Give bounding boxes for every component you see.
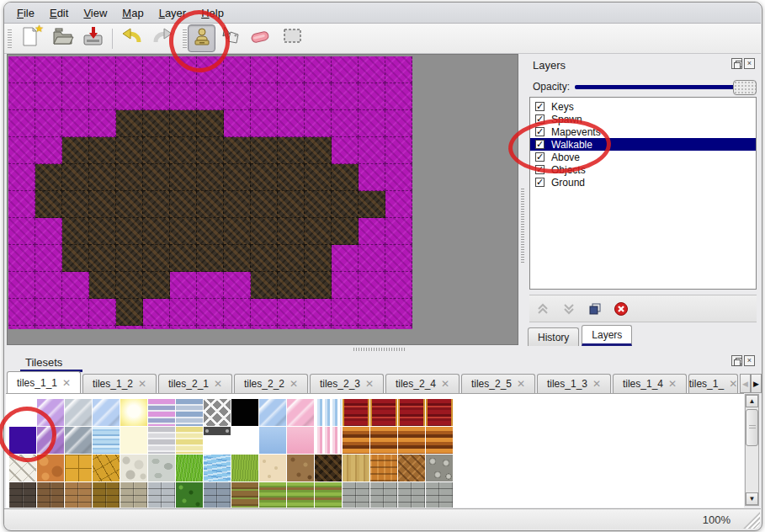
tile-cobble-orange[interactable]	[37, 455, 64, 481]
tab-history[interactable]: History	[528, 327, 579, 346]
close-tab-icon[interactable]: ✕	[668, 378, 677, 390]
menu-map[interactable]: Map	[114, 4, 151, 22]
tile-stripes-yellow[interactable]	[176, 427, 203, 454]
tile-ripple-pink[interactable]	[315, 427, 342, 454]
close-tab-icon[interactable]: ✕	[365, 378, 374, 390]
float-panel-icon[interactable]	[731, 58, 742, 69]
checkbox-checked-icon[interactable]: ✓	[535, 114, 545, 124]
layer-row-mapevents[interactable]: ✓Mapevents	[530, 125, 756, 138]
tile-empty[interactable]	[231, 427, 258, 454]
tile-basket-orange[interactable]	[370, 455, 397, 481]
tile-pale-yellow[interactable]	[120, 427, 147, 454]
tile-stripes-blue[interactable]	[176, 399, 203, 426]
menu-help[interactable]: Help	[194, 4, 231, 22]
tile-sand-tan[interactable]	[259, 455, 286, 481]
tab-scroll-left-icon[interactable]: ◀	[740, 374, 751, 393]
tile-wood-stripes[interactable]	[426, 427, 453, 454]
tile-brick-graystone[interactable]	[120, 482, 147, 508]
checkbox-checked-icon[interactable]: ✓	[535, 140, 545, 149]
tile-curtain-red[interactable]	[370, 399, 397, 426]
tile-rows-grass[interactable]	[259, 482, 286, 508]
save-map-button[interactable]	[81, 26, 104, 50]
tileset-tab-tiles_2_4[interactable]: tiles_2_4✕	[385, 374, 460, 393]
tile-brick-dark[interactable]	[9, 482, 36, 508]
open-map-button[interactable]	[50, 26, 74, 50]
redo-button[interactable]	[151, 26, 175, 50]
tileset-tab-tiles_2_5[interactable]: tiles_2_5✕	[461, 374, 535, 393]
toolbar-grip[interactable]	[183, 29, 187, 48]
undo-button[interactable]	[120, 26, 143, 50]
tile-glass-gray[interactable]	[65, 399, 92, 426]
tile-ripple-blue[interactable]	[315, 399, 342, 426]
tile-water-blue[interactable]	[93, 427, 120, 454]
tile-glass-blue[interactable]	[93, 399, 120, 426]
menu-layer[interactable]: Layer	[151, 4, 194, 22]
tile-pebbles-gray[interactable]	[120, 455, 147, 481]
tile-logs-gray[interactable]	[426, 455, 453, 481]
tile-tiles-brown[interactable]	[65, 482, 92, 508]
scrollbar-thumb[interactable]	[746, 409, 758, 446]
layer-row-objects[interactable]: ✓Objects	[530, 163, 756, 176]
tileset-tab-tiles_1[interactable]: tiles_1_✕	[688, 374, 738, 393]
eraser-tool-button[interactable]	[248, 26, 272, 50]
tileset-tab-tiles_2_3[interactable]: tiles_2_3✕	[310, 374, 384, 393]
new-map-button[interactable]: ★	[19, 26, 42, 50]
tile-lattice[interactable]	[204, 399, 231, 426]
tile-rows-grass[interactable]	[287, 482, 314, 508]
tileset-tab-tiles_2_2[interactable]: tiles_2_2✕	[234, 374, 308, 393]
tile-stones-gray[interactable]	[148, 455, 175, 481]
close-tab-icon[interactable]: ✕	[214, 378, 222, 390]
tile-glass-pink[interactable]	[287, 399, 314, 426]
fill-tool-button[interactable]	[220, 26, 243, 50]
resize-grip[interactable]	[743, 512, 760, 529]
tile-purple-solid[interactable]	[9, 427, 36, 454]
duplicate-layer-button[interactable]	[587, 301, 603, 317]
checkbox-checked-icon[interactable]: ✓	[535, 102, 545, 111]
checkbox-checked-icon[interactable]: ✓	[535, 165, 545, 174]
checkbox-checked-icon[interactable]: ✓	[535, 178, 545, 187]
tile-pink-flat[interactable]	[287, 427, 314, 454]
tab-scroll-right-icon[interactable]: ▶	[751, 374, 762, 393]
tile-stripes-pink[interactable]	[148, 399, 175, 426]
menu-view[interactable]: View	[76, 4, 114, 22]
move-layer-down-button[interactable]	[560, 301, 577, 317]
vertical-splitter[interactable]	[519, 54, 526, 346]
tile-rows-grass[interactable]	[315, 482, 342, 508]
tile-empty[interactable]	[9, 399, 36, 426]
close-tab-icon[interactable]: ✕	[729, 378, 737, 390]
tile-gold-cracked[interactable]	[93, 455, 120, 481]
tile-glass-blue2[interactable]	[259, 399, 286, 426]
tab-layers[interactable]: Layers	[582, 325, 632, 346]
tile-planks-tan[interactable]	[343, 455, 369, 481]
delete-layer-button[interactable]	[613, 301, 630, 317]
rect-select-tool-button[interactable]	[280, 26, 304, 50]
close-panel-icon[interactable]: ×	[744, 355, 755, 366]
tile-rows-dirt[interactable]	[231, 482, 258, 508]
tile-metal-bar[interactable]	[204, 427, 231, 454]
stamp-tool-button[interactable]	[188, 24, 215, 52]
tile-brick-bluegray[interactable]	[204, 482, 231, 508]
tile-blue-flat[interactable]	[259, 427, 286, 454]
tile-brick-gray[interactable]	[148, 482, 175, 508]
palette-scrollbar[interactable]: ▲ ▼	[745, 394, 759, 506]
layer-row-above[interactable]: ✓Above	[530, 151, 756, 163]
tile-glass-purple2[interactable]	[37, 427, 64, 454]
tile-brick-gray2[interactable]	[426, 482, 453, 508]
tile-brick-brown[interactable]	[37, 482, 64, 508]
toolbar-grip[interactable]	[8, 29, 12, 48]
tile-stone-path[interactable]	[9, 455, 36, 481]
tile-wood-stripes[interactable]	[398, 427, 425, 454]
tile-hedge-green[interactable]	[176, 482, 203, 508]
tile-glass-gray2[interactable]	[65, 427, 92, 454]
tile-grass-green[interactable]	[176, 455, 203, 481]
tile-brick-golddark[interactable]	[93, 482, 120, 508]
checkbox-checked-icon[interactable]: ✓	[535, 127, 545, 136]
tile-curtain-red[interactable]	[343, 399, 369, 426]
tile-brick-gray2[interactable]	[398, 482, 425, 508]
tile-wood-stripes[interactable]	[370, 427, 397, 454]
menu-file[interactable]: File	[9, 4, 42, 22]
layer-row-spawn[interactable]: ✓Spawn	[530, 113, 756, 125]
float-panel-icon[interactable]	[731, 355, 742, 366]
tile-wood-stripes[interactable]	[343, 427, 369, 454]
tileset-tab-tiles_1_2[interactable]: tiles_1_2✕	[82, 374, 157, 393]
